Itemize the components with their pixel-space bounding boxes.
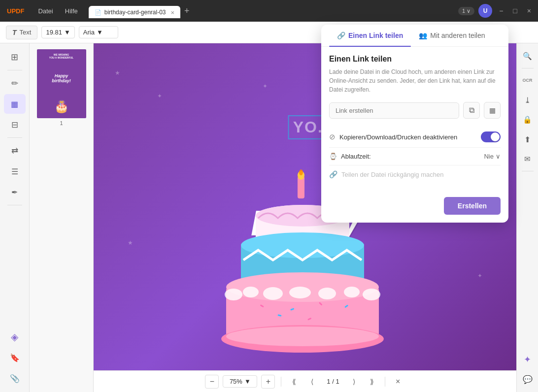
- pages-view-btn[interactable]: ⊞: [4, 47, 26, 67]
- annotate-btn[interactable]: ✏: [4, 73, 26, 93]
- expiry-row: ⌚ Ablaufzeit: Nie ∨: [329, 148, 501, 165]
- email-right-btn[interactable]: ✉: [519, 150, 537, 168]
- edit-text-btn[interactable]: ▦: [4, 94, 26, 114]
- chat-right-btn[interactable]: 💬: [519, 370, 537, 388]
- right-divider-2: [522, 171, 534, 171]
- svg-point-13: [225, 289, 242, 300]
- copy-download-icon: ⊘: [329, 132, 336, 141]
- import-right-btn[interactable]: ⤓: [519, 91, 537, 109]
- create-link-btn[interactable]: Erstellen: [444, 197, 501, 215]
- svg-point-2: [299, 169, 303, 175]
- right-divider-1: [522, 68, 534, 68]
- expiry-arrow-icon: ∨: [496, 153, 501, 160]
- svg-point-19: [363, 289, 380, 300]
- share-others-tab-icon: 👥: [419, 32, 427, 39]
- font-size-value: 19.81: [46, 29, 62, 36]
- revoke-icon: 🔗: [329, 170, 337, 178]
- search-right-btn[interactable]: 🔍: [519, 47, 537, 65]
- new-tab-btn[interactable]: +: [180, 6, 194, 16]
- svg-point-14: [243, 287, 259, 297]
- tab-close-btn[interactable]: ×: [171, 9, 175, 16]
- share-others-tab-label: Mit anderen teilen: [430, 32, 485, 39]
- copy-download-label: ⊘ Kopieren/Download/Drucken deaktivieren: [329, 132, 457, 141]
- expiry-value-text: Nie: [484, 153, 494, 160]
- link-create-input[interactable]: [329, 102, 459, 119]
- revoke-label: Teilen der Datei rückgängig machen: [341, 171, 443, 178]
- font-family-control[interactable]: Aria ▼: [79, 26, 118, 38]
- font-size-control[interactable]: 19.81 ▼: [41, 26, 74, 38]
- revoke-row: 🔗 Teilen der Datei rückgängig machen: [329, 165, 501, 183]
- toolbar-divider: [281, 377, 281, 387]
- organize-btn[interactable]: ⊟: [4, 115, 26, 134]
- attachments-btn[interactable]: 📎: [4, 368, 26, 388]
- page-counter: 1 / 1: [323, 378, 343, 385]
- copy-download-toggle[interactable]: [481, 131, 501, 142]
- menu-datei[interactable]: Datei: [33, 5, 58, 17]
- close-bottom-btn[interactable]: ×: [391, 375, 405, 389]
- share-right-btn[interactable]: ⬆: [519, 131, 537, 148]
- ocr-right-btn[interactable]: OCR: [519, 71, 537, 89]
- share-title: Einen Link teilen: [329, 55, 501, 64]
- forms-btn[interactable]: ☰: [4, 162, 26, 181]
- svg-point-17: [318, 288, 336, 299]
- convert-btn[interactable]: ⇄: [4, 141, 26, 161]
- share-popup: 🔗 Einen Link teilen 👥 Mit anderen teilen…: [321, 25, 508, 223]
- share-description: Lade deine Datei in die Cloud hoch, um a…: [329, 67, 501, 94]
- copy-download-row: ⊘ Kopieren/Download/Drucken deaktivieren: [329, 127, 501, 148]
- tab-title: birthday-card-genral-03: [104, 9, 166, 16]
- share-footer: Erstellen: [321, 191, 508, 223]
- svg-point-9: [241, 232, 364, 258]
- share-body: Einen Link teilen Lade deine Datei in di…: [321, 47, 508, 191]
- share-link-tab[interactable]: 🔗 Einen Link teilen: [329, 25, 411, 46]
- qr-icon: ▦: [489, 106, 496, 114]
- bottom-toolbar: − 75% ▼ + ⟪ ⟨ 1 / 1 ⟩ ⟫ ×: [94, 370, 516, 392]
- thumbnail-panel: WE WISHINGYOU A WONDERFUL Happybirthday!…: [30, 43, 94, 392]
- share-tabs: 🔗 Einen Link teilen 👥 Mit anderen teilen: [321, 25, 508, 47]
- tab-doc-icon: 📄: [95, 9, 101, 16]
- zoom-value: 75%: [230, 378, 242, 385]
- user-avatar[interactable]: U: [478, 4, 492, 18]
- menu-hilfe[interactable]: Hilfe: [60, 5, 83, 17]
- link-copy-btn[interactable]: ⧉: [463, 102, 480, 119]
- expiry-label: ⌚ Ablaufzeit:: [329, 153, 371, 160]
- zoom-out-btn[interactable]: −: [205, 375, 219, 389]
- active-tab[interactable]: 📄 birthday-card-genral-03 ×: [89, 6, 180, 18]
- link-input-row: ⧉ ▦: [329, 102, 501, 119]
- svg-point-15: [263, 287, 283, 300]
- font-size-arrow-icon: ▼: [64, 29, 70, 36]
- page-number-label: 1: [60, 120, 63, 126]
- svg-point-16: [289, 287, 311, 298]
- expiry-value-control[interactable]: Nie ∨: [484, 153, 501, 160]
- version-badge[interactable]: 1 ∨: [458, 7, 474, 15]
- share-link-tab-label: Einen Link teilen: [348, 32, 403, 39]
- text-tool-icon: T: [12, 29, 17, 36]
- toolbar-divider-2: [385, 377, 385, 387]
- minimize-btn[interactable]: −: [496, 6, 506, 16]
- ai-right-btn[interactable]: ✦: [519, 351, 537, 368]
- thumbnail-page-1[interactable]: WE WISHINGYOU A WONDERFUL Happybirthday!…: [37, 49, 86, 126]
- sign-btn[interactable]: ✒: [4, 182, 26, 202]
- share-others-tab[interactable]: 👥 Mit anderen teilen: [411, 25, 493, 46]
- layers-btn[interactable]: ◈: [4, 327, 26, 347]
- left-sidebar: ⊞ ✏ ▦ ⊟ ⇄ ☰ ✒ ◈ 🔖 📎: [0, 43, 30, 392]
- first-page-btn[interactable]: ⟪: [287, 375, 301, 389]
- svg-point-18: [344, 287, 360, 297]
- thumbnail-card: WE WISHINGYOU A WONDERFUL Happybirthday!…: [37, 49, 86, 118]
- sidebar-divider-2: [7, 137, 22, 138]
- prev-page-btn[interactable]: ⟨: [305, 375, 319, 389]
- font-family-arrow-icon: ▼: [97, 29, 103, 36]
- zoom-in-btn[interactable]: +: [261, 375, 275, 389]
- maximize-btn[interactable]: □: [510, 6, 520, 16]
- font-family-value: Aria: [83, 29, 95, 36]
- close-window-btn[interactable]: ×: [524, 6, 534, 16]
- sidebar-divider-3: [7, 205, 22, 205]
- link-qr-btn[interactable]: ▦: [484, 102, 501, 119]
- lock-right-btn[interactable]: 🔒: [519, 111, 537, 129]
- share-link-tab-icon: 🔗: [337, 32, 345, 39]
- next-page-btn[interactable]: ⟩: [347, 375, 361, 389]
- text-tool-label: Text: [20, 29, 32, 36]
- last-page-btn[interactable]: ⟫: [365, 375, 379, 389]
- bookmark-btn[interactable]: 🔖: [4, 348, 26, 367]
- text-mode-btn[interactable]: T Text: [6, 26, 37, 39]
- zoom-level-display[interactable]: 75% ▼: [223, 375, 257, 388]
